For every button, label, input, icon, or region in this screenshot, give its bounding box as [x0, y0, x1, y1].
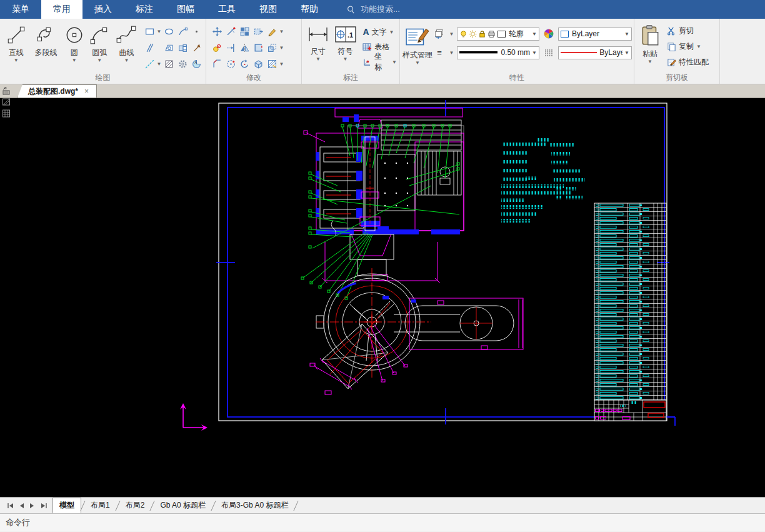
multiline-button[interactable]: [142, 41, 156, 54]
rotate-button[interactable]: [238, 57, 251, 71]
color-select[interactable]: ByLayer ▼: [558, 28, 632, 41]
chevron-down-icon[interactable]: ▼: [279, 45, 284, 51]
linestyle-button[interactable]: ≡: [432, 46, 446, 59]
line-icon: [6, 24, 27, 46]
layout-tab-layout3-gb-a0[interactable]: 布局3-Gb A0 标题栏: [215, 498, 294, 513]
trim-button[interactable]: [224, 24, 238, 38]
menu-item-menu[interactable]: 菜单: [0, 0, 41, 19]
polyline-icon: [36, 24, 57, 46]
arc-icon: [89, 24, 110, 46]
menu-item-home[interactable]: 常用: [41, 0, 82, 19]
array-button[interactable]: [238, 24, 251, 38]
edit-button[interactable]: [265, 24, 279, 38]
layout-tab-layout2[interactable]: 布局2: [119, 498, 151, 513]
last-sheet-button[interactable]: [39, 501, 49, 511]
bulb-icon: [459, 30, 468, 38]
first-sheet-button[interactable]: [5, 501, 15, 511]
line-button[interactable]: 直线▼: [2, 22, 29, 73]
chevron-down-icon: ▼: [530, 50, 537, 56]
hatch-button[interactable]: [162, 57, 176, 71]
lineweight-select[interactable]: 0.50 mm ▼: [457, 46, 539, 59]
sheet-set-icon[interactable]: [1, 86, 12, 96]
command-line[interactable]: 命令行: [0, 513, 765, 531]
text-button[interactable]: A 文字▼: [362, 26, 397, 38]
dimension-button[interactable]: 尺寸▼: [304, 22, 332, 73]
ribbon-spacer: [720, 19, 765, 84]
menu-item-insert[interactable]: 插入: [82, 0, 124, 19]
menu-item-annotate[interactable]: 标注: [124, 0, 165, 19]
drawing-canvas[interactable]: [0, 98, 765, 497]
block-button[interactable]: [176, 41, 189, 54]
arc-label: 圆弧: [92, 48, 107, 58]
polyline-button[interactable]: 多段线: [29, 22, 62, 73]
stretch-button[interactable]: [251, 24, 265, 38]
region-button[interactable]: [189, 57, 203, 71]
frame-view-icon[interactable]: [1, 97, 12, 108]
circle-button[interactable]: 圆▼: [62, 22, 86, 73]
curve-fit-button[interactable]: [176, 24, 189, 38]
arc-button[interactable]: 圆弧▼: [86, 22, 113, 73]
chevron-down-icon[interactable]: ▼: [279, 61, 284, 67]
gear-button[interactable]: [176, 57, 189, 71]
next-sheet-button[interactable]: [28, 501, 38, 511]
match-properties-button[interactable]: 特性匹配: [667, 56, 709, 68]
close-icon[interactable]: ×: [84, 87, 89, 96]
menu-bar: 菜单 常用 插入 标注 图幅 工具 视图 帮助 功能搜索...: [0, 0, 765, 19]
function-search[interactable]: 功能搜索...: [346, 0, 400, 19]
coordinate-button[interactable]: 坐标▼: [362, 56, 397, 68]
prev-sheet-button[interactable]: [16, 501, 26, 511]
layer-value: 轮廓: [509, 29, 524, 39]
copy-object-button[interactable]: [210, 41, 224, 54]
chevron-down-icon[interactable]: ▼: [449, 50, 454, 56]
layout-tab-layout1[interactable]: 布局1: [84, 498, 116, 513]
linetype-select[interactable]: ByLayer ▼: [558, 46, 632, 59]
point-button[interactable]: [189, 24, 203, 38]
hatch-edit-button[interactable]: [265, 57, 279, 71]
layout-tab-model[interactable]: 模型: [52, 498, 81, 513]
ellipse-button[interactable]: [162, 24, 176, 38]
copy-button[interactable]: 复制▼: [667, 40, 709, 53]
solid-edit-button[interactable]: [251, 57, 265, 71]
chevron-down-icon[interactable]: ▼: [279, 29, 284, 34]
donut-button[interactable]: [162, 41, 176, 54]
scale-button[interactable]: [265, 41, 279, 54]
chevron-down-icon[interactable]: ▼: [156, 29, 162, 34]
move-button[interactable]: [210, 24, 224, 38]
polar-array-button[interactable]: [224, 57, 238, 71]
document-tab[interactable]: 总装配图.dwg* ×: [18, 84, 97, 98]
paste-label: 粘贴: [642, 49, 658, 59]
grid-table-icon[interactable]: [1, 108, 12, 119]
paste-button[interactable]: 粘贴▼: [637, 22, 663, 73]
rectangle-button[interactable]: [142, 24, 156, 38]
extend-button[interactable]: [224, 41, 238, 54]
chevron-down-icon[interactable]: ▼: [449, 31, 454, 37]
mirror-button[interactable]: [238, 41, 251, 54]
chevron-down-icon[interactable]: ▼: [156, 61, 162, 67]
layer-manager-button[interactable]: [432, 27, 446, 41]
coordinate-icon: [362, 58, 372, 67]
layout-tab-gb-a0[interactable]: Gb A0 标题栏: [154, 498, 212, 513]
chevron-down-icon: ▼: [622, 50, 629, 56]
front-view: [301, 108, 464, 299]
lineweight-sample: [459, 51, 498, 54]
spline-button[interactable]: 曲线▼: [113, 22, 140, 73]
layer-select[interactable]: 轮廓 ▼: [457, 28, 539, 41]
document-title: 总装配图.dwg*: [28, 86, 78, 97]
spline-label: 曲线: [119, 48, 134, 58]
color-wheel-button[interactable]: [542, 27, 556, 41]
cut-button[interactable]: 剪切: [667, 24, 709, 37]
title-block: [594, 400, 666, 421]
symbol-button[interactable]: 符号▼: [332, 22, 359, 73]
lineweight-list-button[interactable]: [542, 46, 556, 59]
menu-item-tools[interactable]: 工具: [206, 0, 248, 19]
bom-table: [594, 203, 666, 400]
construction-line-button[interactable]: [142, 57, 156, 71]
menu-item-help[interactable]: 帮助: [289, 0, 330, 19]
menu-item-sheet[interactable]: 图幅: [165, 0, 206, 19]
style-manager-button[interactable]: 样式管理▼: [402, 22, 432, 73]
break-button[interactable]: [251, 41, 265, 54]
fillet-button[interactable]: [210, 57, 224, 71]
menu-item-view[interactable]: 视图: [248, 0, 289, 19]
pick-arrow-button[interactable]: [189, 41, 203, 54]
dimension-label: 尺寸: [311, 46, 326, 57]
